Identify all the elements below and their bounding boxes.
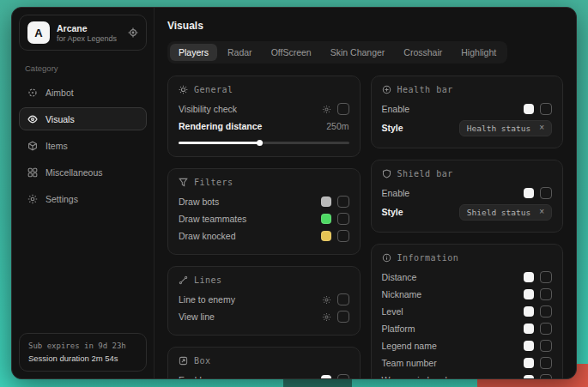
shield-enable-checkbox[interactable] (540, 187, 552, 199)
rendering-distance-value: 250m (326, 121, 349, 131)
sidebar-item-visuals[interactable]: Visuals (19, 107, 147, 130)
panel-header: General (179, 85, 349, 94)
sidebar-item-settings[interactable]: Settings (19, 187, 147, 210)
platform-checkbox[interactable] (540, 323, 552, 335)
cube-icon (27, 141, 38, 151)
gear-icon[interactable] (322, 295, 331, 305)
tab-radar[interactable]: Radar (219, 44, 261, 61)
color-swatch[interactable] (524, 188, 534, 198)
setting-label: Nickname (382, 289, 524, 299)
app-window: A Arcane for Apex Legends Category Aimbo… (11, 7, 577, 379)
color-swatch[interactable] (321, 231, 331, 241)
draw-teammates-checkbox[interactable] (337, 213, 349, 225)
panel-title: Lines (194, 275, 222, 285)
color-swatch[interactable] (524, 306, 534, 317)
setting-label: Team number (382, 358, 524, 368)
sidebar-item-miscellaneous[interactable]: Miscellaneous (19, 160, 147, 184)
setting-label: Distance (382, 272, 524, 282)
sidebar: A Arcane for Apex Legends Category Aimbo… (12, 8, 155, 378)
distance-checkbox[interactable] (540, 271, 552, 283)
setting-row-level: Level (382, 303, 553, 320)
color-swatch[interactable] (524, 341, 534, 351)
draw-bots-checkbox[interactable] (337, 196, 349, 208)
setting-row-draw-knocked: Draw knocked (179, 227, 349, 245)
brand-card: A Arcane for Apex Legends (19, 15, 147, 51)
gear-icon[interactable] (322, 105, 331, 114)
sidebar-item-label: Visuals (45, 114, 75, 124)
setting-label: Enable (179, 375, 321, 378)
color-swatch[interactable] (524, 272, 534, 282)
visibility-check-checkbox[interactable] (337, 103, 349, 115)
team-number-checkbox[interactable] (540, 357, 552, 369)
level-checkbox[interactable] (540, 305, 552, 317)
color-swatch[interactable] (524, 289, 534, 299)
setting-row-draw-bots: Draw bots (179, 193, 349, 210)
view-line-checkbox[interactable] (337, 311, 349, 323)
color-swatch[interactable] (321, 375, 331, 378)
brand-text: Arcane for Apex Legends (57, 23, 117, 43)
color-swatch[interactable] (321, 197, 331, 207)
panel-title: Information (397, 253, 459, 263)
shield-style-select[interactable]: Shield status × (459, 204, 552, 221)
setting-label: Platform (382, 324, 524, 334)
nickname-checkbox[interactable] (540, 288, 552, 300)
setting-label: Draw knocked (179, 231, 321, 241)
close-icon[interactable]: × (539, 124, 544, 132)
sidebar-item-aimbot[interactable]: Aimbot (19, 81, 147, 104)
setting-row-box-enable: Enable (179, 372, 349, 378)
setting-row-shield-enable: Enable (382, 184, 553, 202)
sidebar-item-label: Settings (45, 194, 78, 204)
line-to-enemy-checkbox[interactable] (337, 293, 349, 305)
info-icon (382, 253, 391, 263)
box-enable-checkbox[interactable] (337, 374, 349, 378)
tab-skin-changer[interactable]: Skin Changer (322, 44, 394, 61)
health-style-select[interactable]: Health status × (459, 120, 552, 136)
setting-label: Enable (382, 188, 524, 198)
setting-row-line-to-enemy: Line to enemy (179, 291, 349, 308)
funnel-icon (179, 178, 188, 187)
close-icon[interactable]: × (539, 208, 544, 216)
tab-players[interactable]: Players (170, 44, 217, 61)
content: General Visibility check (167, 76, 563, 378)
setting-label: Style (382, 123, 459, 133)
setting-label: Weapon in hands (382, 375, 524, 378)
session-duration-text: Session duration 2m 54s (28, 354, 137, 363)
color-swatch[interactable] (524, 104, 534, 114)
main-area: Visuals Players Radar OffScreen Skin Cha… (155, 8, 576, 378)
setting-row-legend-name: Legend name (382, 337, 553, 354)
panel-header: Health bar (382, 85, 553, 94)
line-icon (179, 275, 188, 285)
panel-title: Shield bar (397, 169, 453, 178)
app-subtitle: for Apex Legends (57, 34, 117, 43)
category-label: Category (25, 63, 141, 73)
rendering-distance-slider[interactable] (179, 142, 349, 144)
color-swatch[interactable] (524, 375, 534, 378)
weapon-in-hands-checkbox[interactable] (540, 374, 552, 378)
draw-knocked-checkbox[interactable] (337, 230, 349, 242)
gear-icon[interactable] (322, 312, 331, 322)
slider-knob[interactable] (257, 140, 263, 146)
sidebar-item-items[interactable]: Items (19, 134, 147, 157)
color-swatch[interactable] (524, 358, 534, 368)
target-icon[interactable] (128, 27, 138, 38)
tab-offscreen[interactable]: OffScreen (263, 44, 320, 61)
tab-crosshair[interactable]: Crosshair (395, 44, 451, 61)
setting-row-draw-teammates: Draw teammates (179, 210, 349, 227)
legend-name-checkbox[interactable] (540, 340, 552, 352)
grid-icon (27, 167, 38, 178)
tab-highlight[interactable]: Highlight (452, 44, 505, 61)
page-title: Visuals (167, 20, 563, 32)
sun-icon (179, 85, 188, 94)
color-swatch[interactable] (321, 214, 331, 224)
setting-label: Level (382, 306, 524, 317)
style-tag-label: Health status (467, 124, 530, 133)
panel-general: General Visibility check (167, 76, 361, 157)
health-icon (382, 85, 391, 94)
setting-row-rendering-distance: Rendering distance 250m (179, 118, 349, 135)
color-swatch[interactable] (524, 324, 534, 334)
setting-row-health-style: Style Health status × (382, 118, 553, 138)
health-enable-checkbox[interactable] (540, 103, 552, 115)
sidebar-item-label: Aimbot (45, 88, 74, 98)
right-column: Health bar Enable Style Health status (371, 76, 564, 378)
box-icon (179, 356, 188, 366)
